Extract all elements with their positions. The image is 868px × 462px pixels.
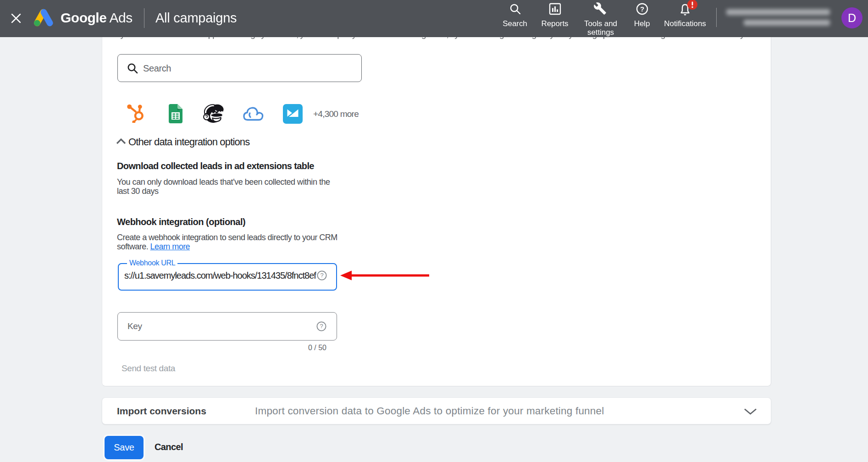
svg-text:?: ?	[640, 5, 644, 13]
svg-text:?: ?	[320, 272, 323, 279]
svg-text:?: ?	[320, 323, 323, 330]
